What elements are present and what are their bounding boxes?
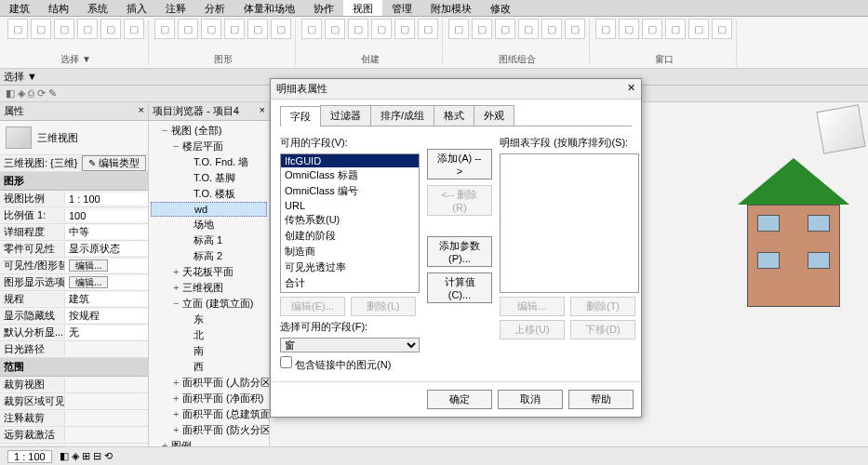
delete-field-button[interactable]: 删除(L) (351, 297, 416, 316)
dialog-tab[interactable]: 格式 (434, 105, 474, 126)
property-row[interactable]: 比例值 1:100 (0, 207, 148, 224)
tree-node[interactable]: −立面 (建筑立面) (151, 296, 267, 312)
ribbon-button[interactable]: ▢ (595, 19, 616, 39)
ribbon-tab[interactable]: 系统 (78, 0, 117, 16)
property-row[interactable]: 日光路径 (0, 341, 148, 358)
tree-node[interactable]: +三维视图 (151, 280, 267, 296)
ribbon-button[interactable]: ▢ (348, 19, 368, 39)
tree-node[interactable]: 西 (151, 359, 267, 375)
property-row[interactable]: 显示隐藏线按规程 (0, 308, 148, 325)
field-item[interactable]: 创建的阶段 (281, 228, 419, 244)
close-icon[interactable]: × (260, 104, 265, 118)
ribbon-button[interactable]: ▢ (665, 19, 686, 39)
ribbon-button[interactable]: ▢ (224, 19, 245, 39)
tree-node[interactable]: 场地 (151, 217, 267, 232)
ribbon-tab[interactable]: 修改 (481, 0, 520, 16)
ribbon-button[interactable]: ▢ (472, 19, 492, 39)
field-item[interactable]: OmniClass 编号 (281, 183, 419, 199)
select-from-combo[interactable]: 窗 (280, 338, 420, 352)
field-item[interactable]: IfcGUID (281, 154, 419, 167)
field-item[interactable]: 可见光透过率 (281, 259, 419, 275)
delete-sched-button[interactable]: 删除(T) (570, 297, 635, 316)
tree-node[interactable]: 东 (151, 312, 267, 327)
ribbon-button[interactable]: ▢ (565, 19, 585, 39)
tree-node[interactable]: +面积平面 (总建筑面积) (151, 406, 267, 422)
edit-field-button[interactable]: 编辑(E)... (280, 297, 345, 316)
instance-selector[interactable]: 三维视图: {三维} (0, 156, 82, 170)
field-item[interactable]: URL (281, 199, 419, 212)
add-field-button[interactable]: 添加(A) --> (427, 149, 492, 179)
property-row[interactable]: 裁剪视图 (0, 377, 148, 393)
ribbon-button[interactable]: ▢ (619, 19, 639, 39)
tree-node[interactable]: −楼层平面 (151, 139, 267, 154)
ribbon-button[interactable]: ▢ (301, 19, 322, 39)
tree-node[interactable]: +图例 (151, 438, 267, 446)
dialog-tab[interactable]: 过滤器 (320, 105, 371, 126)
tree-node[interactable]: wd (151, 202, 267, 217)
property-row[interactable]: 裁剪区域可见 (0, 393, 148, 410)
view-scale[interactable]: 1 : 100 (7, 450, 52, 463)
ribbon-tab[interactable]: 附加模块 (421, 0, 481, 16)
move-up-button[interactable]: 上移(U) (500, 320, 565, 339)
ribbon-button[interactable]: ▢ (247, 19, 268, 39)
ribbon-button[interactable]: ▢ (418, 19, 438, 39)
ribbon-button[interactable]: ▢ (124, 19, 144, 39)
property-row[interactable]: 远剪裁激活 (0, 427, 148, 444)
property-row[interactable]: 详细程度中等 (0, 224, 148, 241)
ribbon-button[interactable]: ▢ (178, 19, 198, 39)
scheduled-fields-list[interactable] (500, 153, 639, 293)
ribbon-button[interactable]: ▢ (688, 19, 709, 39)
field-item[interactable]: 型号 (281, 291, 419, 293)
property-row[interactable]: 注释裁剪 (0, 410, 148, 427)
ribbon-button[interactable]: ▢ (371, 19, 392, 39)
ribbon-tab[interactable]: 结构 (39, 0, 78, 16)
property-row[interactable]: 规程建筑 (0, 291, 148, 308)
ribbon-tab[interactable]: 注释 (156, 0, 195, 16)
tree-node[interactable]: −视图 (全部) (151, 123, 267, 139)
close-icon[interactable]: × (139, 104, 144, 118)
field-item[interactable]: 制造商 (281, 244, 419, 259)
move-down-button[interactable]: 下移(D) (570, 320, 635, 339)
dialog-tab[interactable]: 字段 (280, 106, 321, 126)
edit-type-button[interactable]: ✎ 编辑类型 (82, 155, 146, 171)
property-row[interactable]: 默认分析显...无 (0, 325, 148, 341)
field-item[interactable]: 传热系数(U) (281, 212, 419, 228)
tree-node[interactable]: T.O. 楼板 (151, 186, 267, 202)
ribbon-button[interactable]: ▢ (325, 19, 345, 39)
ribbon-tab[interactable]: 管理 (382, 0, 421, 16)
ok-button[interactable]: 确定 (427, 390, 492, 409)
tree-node[interactable]: 北 (151, 327, 267, 343)
ribbon-button[interactable]: ▢ (154, 19, 175, 39)
ribbon-button[interactable]: ▢ (54, 19, 74, 39)
ribbon-tab[interactable]: 建筑 (0, 0, 39, 16)
ribbon-button[interactable]: ▢ (518, 19, 539, 39)
ribbon-button[interactable]: ▢ (642, 19, 662, 39)
include-linked-checkbox[interactable]: 包含链接中的图元(N) (280, 359, 391, 370)
tree-node[interactable]: +面积平面 (防火分区面积) (151, 422, 267, 438)
help-button[interactable]: 帮助 (568, 390, 634, 409)
viewcube[interactable] (816, 104, 865, 153)
ribbon-button[interactable]: ▢ (100, 19, 121, 39)
ribbon-button[interactable]: ▢ (201, 19, 221, 39)
ribbon-button[interactable]: ▢ (541, 19, 562, 39)
tree-node[interactable]: +面积平面 (人防分区面积) (151, 375, 267, 391)
ribbon-tab[interactable]: 插入 (117, 0, 156, 16)
tree-node[interactable]: 标高 2 (151, 248, 267, 264)
ribbon-button[interactable]: ▢ (712, 19, 732, 39)
available-fields-list[interactable]: IfcGUIDOmniClass 标题OmniClass 编号URL传热系数(U… (280, 153, 420, 293)
property-row[interactable]: 可见性/图形替换编辑... (0, 258, 148, 274)
tree-node[interactable]: +面积平面 (净面积) (151, 391, 267, 406)
property-row[interactable]: 零件可见性显示原状态 (0, 241, 148, 258)
calculated-value-button[interactable]: 计算值(C)... (427, 272, 492, 303)
ribbon-tab[interactable]: 协作 (304, 0, 343, 16)
ribbon-button[interactable]: ▢ (77, 19, 98, 39)
cancel-button[interactable]: 取消 (498, 390, 563, 409)
dialog-close-icon[interactable]: ✕ (627, 82, 635, 96)
select-label[interactable]: 选择 ▼ (4, 70, 37, 84)
edit-sched-button[interactable]: 编辑... (500, 297, 565, 316)
add-parameter-button[interactable]: 添加参数(P)... (427, 236, 492, 267)
tree-node[interactable]: T.O. Fnd. 墙 (151, 154, 267, 170)
ribbon-button[interactable]: ▢ (448, 19, 469, 39)
property-row[interactable]: 视图比例1 : 100 (0, 191, 148, 207)
ribbon-button[interactable]: ▢ (31, 19, 51, 39)
